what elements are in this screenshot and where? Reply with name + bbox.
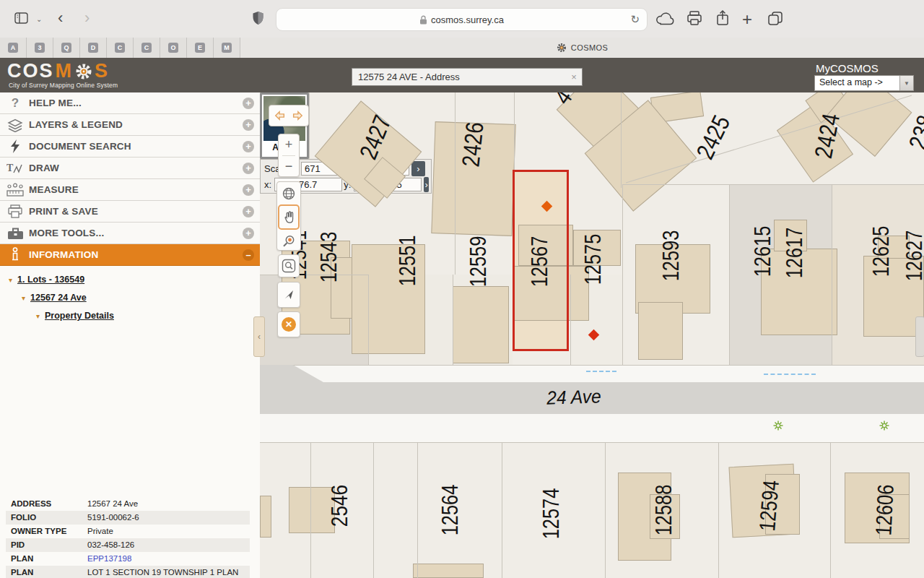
reload-icon[interactable]: ↻ xyxy=(630,9,640,30)
cosmos-logo[interactable]: COS M S xyxy=(7,61,109,81)
property-label: OWNER TYPE xyxy=(6,525,87,538)
sidebar-item-draw[interactable]: TDRAW+ xyxy=(0,158,260,179)
address-result-group[interactable]: ▾ 12567 24 Ave xyxy=(22,293,87,303)
sidebar-item-information[interactable]: INFORMATION– xyxy=(0,244,260,266)
property-value[interactable]: EPP137198 xyxy=(87,552,250,566)
parcel-boundary-line xyxy=(622,184,623,365)
property-details-group[interactable]: ▾ Property Details xyxy=(36,311,114,321)
back-button[interactable]: ‹ xyxy=(58,9,63,27)
expand-icon[interactable]: + xyxy=(243,163,254,174)
right-panel-handle[interactable] xyxy=(915,316,924,357)
map-select-dropdown[interactable]: Select a map -> ▼ xyxy=(814,75,914,91)
sidebar-item-layers-legend[interactable]: LAYERS & LEGEND+ xyxy=(0,114,260,136)
property-label: PID xyxy=(6,538,87,552)
pinned-tab[interactable]: A xyxy=(0,38,27,58)
shield-icon[interactable] xyxy=(252,11,264,26)
property-value: LOT 1 SECTION 19 TOWNSHIP 1 PLAN EPP1371… xyxy=(87,566,250,578)
forward-button[interactable]: › xyxy=(84,9,90,27)
lock-icon xyxy=(419,15,427,25)
prev-extent-icon[interactable] xyxy=(274,110,287,121)
sidebar-item-help-me[interactable]: ?HELP ME...+ xyxy=(0,92,260,114)
parcel-boundary-line xyxy=(453,275,453,365)
utility-dashed-line xyxy=(764,374,816,375)
zoom-out-button[interactable]: − xyxy=(279,156,299,177)
sidebar-item-document-search[interactable]: DOCUMENT SEARCH+ xyxy=(0,136,260,158)
tab-cosmos[interactable]: COSMOS xyxy=(240,38,924,58)
zoom-select-icon[interactable] xyxy=(277,230,300,252)
selected-lot-outline xyxy=(513,170,569,351)
expand-icon[interactable]: + xyxy=(243,119,254,131)
locate-widget xyxy=(277,282,300,308)
sidebar-item-label: PRINT & SAVE xyxy=(29,206,98,217)
close-icon[interactable]: ✕ xyxy=(282,317,296,332)
sidebar-toggle-icon[interactable] xyxy=(14,12,28,24)
coordinate-apply-button[interactable]: › xyxy=(424,177,429,192)
property-row-folio: FOLIO5191-00062-6 xyxy=(6,511,250,525)
property-label: FOLIO xyxy=(6,511,87,525)
mycosmos-link[interactable]: MyCOSMOS xyxy=(816,62,879,74)
logo-text-m: M xyxy=(56,61,74,81)
print-icon[interactable] xyxy=(687,11,702,26)
lot-number-label: 12593 xyxy=(658,230,684,282)
pinned-tab[interactable]: O xyxy=(160,38,187,58)
sidebar-item-measure[interactable]: MEASURE+ xyxy=(0,179,260,201)
scale-apply-button[interactable]: › xyxy=(411,161,425,176)
lot-number-label: 2546 xyxy=(326,485,353,527)
street-label: 24 Ave xyxy=(546,385,602,410)
favicon: A xyxy=(8,43,18,53)
cloud-icon[interactable] xyxy=(655,12,674,25)
address-search-input[interactable] xyxy=(352,72,566,82)
sidebar-item-label: DOCUMENT SEARCH xyxy=(29,141,131,152)
clear-search-icon[interactable]: × xyxy=(566,72,582,82)
next-extent-icon[interactable] xyxy=(291,110,304,121)
chevron-down-icon[interactable]: ⌄ xyxy=(36,15,42,23)
search-icon[interactable] xyxy=(282,259,296,273)
sidebar-item-label: HELP ME... xyxy=(29,98,82,108)
property-row-plan-description: PLAN DESCRIPTIONLOT 1 SECTION 19 TOWNSHI… xyxy=(6,566,250,578)
lots-result-group[interactable]: ▾ 1. Lots - 136549 xyxy=(9,275,84,285)
expand-icon[interactable]: + xyxy=(243,184,254,196)
parcel-boundary-line xyxy=(622,184,924,185)
building-footprint xyxy=(260,496,271,538)
zoom-in-button[interactable]: + xyxy=(279,134,299,155)
sidebar-item-more-tools[interactable]: MORE TOOLS...+ xyxy=(0,223,260,244)
expand-icon[interactable]: + xyxy=(243,206,254,217)
pinned-tab[interactable]: E xyxy=(187,38,214,58)
expand-icon[interactable]: + xyxy=(243,141,254,152)
pinned-tab[interactable]: D xyxy=(80,38,107,58)
browser-toolbar: ⌄ ‹ › cosmos.surrey.ca ↻ + xyxy=(0,0,924,38)
new-tab-icon[interactable]: + xyxy=(742,9,752,30)
pinned-tabs: A3QDCCOEM xyxy=(0,38,240,58)
favicon: 3 xyxy=(35,43,45,53)
navigation-arrow-icon[interactable] xyxy=(282,288,295,301)
globe-icon[interactable] xyxy=(277,182,300,204)
url-bar[interactable]: cosmos.surrey.ca ↻ xyxy=(276,8,648,31)
pinned-tab[interactable]: 3 xyxy=(27,38,53,58)
sidebar-collapse-handle[interactable]: ‹ xyxy=(253,316,265,357)
tab-bar: A3QDCCOEM COSMOS xyxy=(0,38,924,58)
url-text: cosmos.surrey.ca xyxy=(431,14,504,25)
lots-link: 1. Lots - 136549 xyxy=(17,275,84,285)
sidebar-item-print-save[interactable]: PRINT & SAVE+ xyxy=(0,201,260,223)
tab-overview-icon[interactable] xyxy=(767,10,784,27)
utility-dashed-line xyxy=(586,371,616,372)
expand-icon[interactable]: + xyxy=(243,98,254,109)
pinned-tab[interactable]: M xyxy=(214,38,240,58)
pinned-tab[interactable]: C xyxy=(107,38,134,58)
lot-number-label: 12588 xyxy=(651,485,677,536)
lot-number-label: 12575 xyxy=(580,234,606,285)
map-canvas[interactable]: 2427242642425242423812541125431255112559… xyxy=(260,92,924,578)
pan-hand-icon[interactable] xyxy=(278,204,300,230)
share-icon[interactable] xyxy=(715,9,730,27)
search-tool-widget xyxy=(278,254,300,277)
property-row-pid: PID032-458-126 xyxy=(6,538,250,552)
expand-icon[interactable]: + xyxy=(243,228,254,239)
collapse-icon[interactable]: – xyxy=(243,249,254,261)
svg-text:T: T xyxy=(6,163,14,173)
address-search-box: × xyxy=(352,68,583,86)
pinned-tab[interactable]: Q xyxy=(53,38,80,58)
tab-title: COSMOS xyxy=(571,43,608,52)
pinned-tab[interactable]: C xyxy=(134,38,160,58)
parcel-boundary-line xyxy=(310,442,311,578)
dropdown-arrow-icon[interactable]: ▼ xyxy=(899,76,913,90)
